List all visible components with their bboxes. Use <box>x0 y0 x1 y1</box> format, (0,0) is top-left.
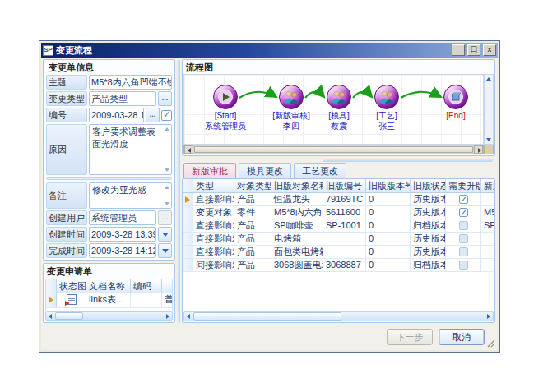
column-header[interactable]: 文档名称 <box>86 279 131 293</box>
end-node-icon[interactable] <box>443 85 468 109</box>
request-grid-hscrollbar[interactable] <box>45 311 173 321</box>
grid-cell[interactable]: 0 <box>366 219 411 232</box>
cancel-button[interactable]: 取消 <box>439 329 485 345</box>
create-time-input[interactable]: 2009-3-28 13:39:01 <box>89 227 156 242</box>
scroll-left-icon[interactable] <box>184 145 193 154</box>
column-header[interactable]: 需要升版 <box>446 179 481 192</box>
grid-cell[interactable]: 产品 <box>234 259 272 271</box>
start-node-icon[interactable] <box>213 85 238 109</box>
scroll-right-icon[interactable] <box>163 312 172 320</box>
remark-textarea[interactable]: 修改为亚光感 <box>89 182 172 209</box>
grid-cell[interactable]: 5611600 <box>323 206 366 219</box>
column-header[interactable]: 类型 <box>193 179 234 192</box>
grid-cell[interactable]: 3068887 <box>323 259 366 271</box>
grid-cell[interactable]: 直接影响对象 <box>193 233 234 245</box>
grid-cell[interactable]: 归档版本 <box>411 219 446 232</box>
grid-cell[interactable]: 3068圆盖电水壶 <box>272 259 323 271</box>
upgrade-checkbox[interactable] <box>459 261 468 270</box>
grid-cell[interactable]: 变更对象 <box>193 206 234 219</box>
scroll-left-icon[interactable] <box>184 312 193 321</box>
column-header[interactable]: 旧版状态 <box>411 179 446 192</box>
column-header[interactable]: 状态图 <box>57 279 86 293</box>
grid-row[interactable]: 直接影响对象产品SP咖啡壶SP-10010归档版本SP咖 <box>183 219 494 233</box>
grid-cell[interactable] <box>323 233 366 245</box>
scrollbar-thumb[interactable] <box>193 312 341 321</box>
grid-cell[interactable]: 普通 <box>162 293 172 307</box>
grid-cell[interactable] <box>446 259 481 271</box>
scroll-right-icon[interactable] <box>474 145 483 154</box>
change-type-input[interactable]: 产品类型 <box>89 91 156 106</box>
person-node-icon[interactable] <box>279 85 304 109</box>
grid-cell[interactable]: 零件 <box>234 206 272 219</box>
request-grid-row[interactable]: links表...普通 <box>46 293 172 308</box>
scroll-left-icon[interactable] <box>46 312 55 320</box>
grid-cell[interactable]: 0 <box>366 259 411 271</box>
grid-cell[interactable]: 电烤箱 <box>272 233 323 245</box>
tab-1[interactable]: 模具更改 <box>239 163 291 178</box>
column-header[interactable]: 旧版编号 <box>323 179 366 192</box>
column-header[interactable]: 旧版版本号 <box>366 179 411 192</box>
grid-cell[interactable] <box>446 246 481 258</box>
grid-cell[interactable]: 间接影响对象 <box>193 259 234 271</box>
flow-vscrollbar[interactable] <box>484 74 494 145</box>
scroll-down-icon[interactable] <box>486 138 491 141</box>
grid-cell[interactable]: 79169TC <box>323 193 366 205</box>
grid-cell[interactable]: SP-1001 <box>323 219 366 232</box>
scroll-up-icon[interactable] <box>165 186 169 189</box>
grid-cell[interactable]: M5*8 <box>481 206 494 219</box>
scroll-right-icon[interactable] <box>484 312 493 321</box>
column-header[interactable]: 旧版对象名称 <box>272 179 323 192</box>
grid-cell[interactable] <box>446 206 481 219</box>
grid-cell[interactable]: SP咖啡壶 <box>272 219 323 232</box>
section-splitter[interactable] <box>46 177 172 180</box>
flow-node-end[interactable]: [End] <box>426 85 484 120</box>
upgrade-checkbox[interactable] <box>459 195 468 204</box>
remark-scrollbar[interactable] <box>163 184 170 207</box>
tab-0[interactable]: 新版审批 <box>183 163 236 178</box>
grid-cell[interactable]: 历史版本 <box>411 206 446 219</box>
grid-cell[interactable]: 直接影响对象 <box>193 219 234 232</box>
person-node-icon[interactable] <box>327 85 351 109</box>
upgrade-checkbox[interactable] <box>459 247 468 256</box>
column-header[interactable]: 新版对象名称 <box>481 179 494 192</box>
title-bar[interactable]: SP 变更流程 _ 口 x <box>41 43 498 58</box>
subject-input[interactable]: M5*8内六角凹端不锈钢紧固螺钉 <box>89 75 172 90</box>
column-header[interactable]: 对象类型 <box>234 179 272 192</box>
grid-cell[interactable]: 0 <box>366 193 411 205</box>
grid-row[interactable]: 变更对象零件M5*8内六角凹...56116000历史版本M5*8 <box>183 206 494 219</box>
number-browse-button[interactable]: ... <box>146 108 160 122</box>
grid-cell[interactable]: 0 <box>366 246 411 258</box>
grid-cell[interactable] <box>57 293 86 307</box>
grid-cell[interactable]: 0 <box>366 206 411 219</box>
minimize-button[interactable]: _ <box>452 44 465 56</box>
upgrade-checkbox[interactable] <box>459 234 468 243</box>
grid-cell[interactable] <box>481 193 494 205</box>
flow-node-start[interactable]: [Start]系统管理员 <box>196 85 255 131</box>
scrollbar-thumb[interactable] <box>55 312 83 320</box>
close-button[interactable]: x <box>483 44 496 56</box>
flow-canvas[interactable]: [Start]系统管理员[新版审核]李四[模具]蔡震[工艺]张三[End] <box>183 74 484 145</box>
upgrade-checkbox[interactable] <box>459 221 468 230</box>
grid-row[interactable]: 直接影响对象产品电烤箱0历史版本 <box>183 233 494 246</box>
grid-row[interactable]: 直接影响对象产品面包类电烤箱0历史版本 <box>183 246 494 259</box>
scroll-up-icon[interactable] <box>165 127 169 131</box>
grid-cell[interactable]: 产品 <box>234 246 272 258</box>
reason-scrollbar[interactable] <box>163 126 170 173</box>
flow-hscrollbar[interactable] <box>183 145 484 154</box>
grid-cell[interactable]: M5*8内六角凹... <box>272 206 323 219</box>
upgrade-checkbox[interactable] <box>459 208 468 217</box>
grid-cell[interactable] <box>323 246 366 258</box>
create-time-dropdown-button[interactable] <box>158 227 172 242</box>
grid-cell[interactable]: 0 <box>366 233 411 245</box>
grid-cell[interactable] <box>481 246 494 258</box>
number-checkbox[interactable] <box>161 110 172 121</box>
grid-cell[interactable]: 直接影响对象 <box>193 246 234 258</box>
flow-grid-splitter[interactable] <box>323 159 493 162</box>
scrollbar-thumb[interactable] <box>194 146 473 153</box>
grid-cell[interactable] <box>446 233 481 245</box>
maximize-button[interactable]: 口 <box>467 44 480 56</box>
grid-cell[interactable] <box>481 259 494 271</box>
scroll-down-icon[interactable] <box>165 202 169 205</box>
grid-cell[interactable] <box>446 193 481 205</box>
finish-time-input[interactable]: 2009-3-28 14:12:50 <box>89 243 156 258</box>
